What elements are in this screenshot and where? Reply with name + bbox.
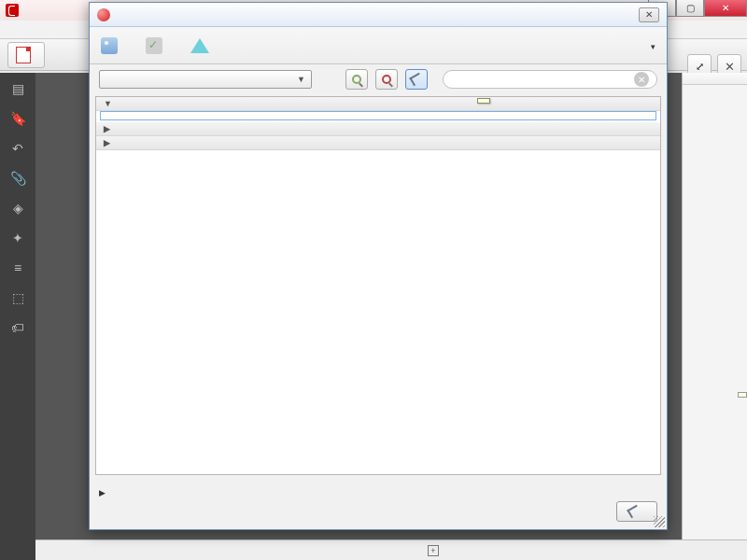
filter-combo[interactable]: ▼ [99,70,312,89]
bookmarks-icon[interactable]: 🔖 [9,110,26,127]
fixups-tooltip [477,98,490,104]
options-menu[interactable] [651,40,655,51]
wrench-icon [627,505,641,519]
chevron-right-icon: ▶ [99,488,106,497]
tags-icon[interactable]: 🏷 [9,319,26,336]
korrigieren-button[interactable] [616,501,657,522]
plus-icon: + [428,545,439,556]
dialog-tabs [90,27,667,64]
expand-icon: ⤢ [696,61,704,73]
maximize-button[interactable]: ▢ [676,0,704,17]
undo-icon[interactable]: ↶ [9,140,26,157]
create-pdf-button[interactable] [7,42,45,68]
layers-icon[interactable]: ◈ [9,200,26,217]
tab-standards[interactable] [190,38,215,53]
profile-icon [101,37,118,54]
group-dokinfo[interactable]: ▶ [96,122,660,136]
search-input[interactable]: ✕ [443,70,657,89]
right-panel-header[interactable] [683,73,747,85]
chevron-right-icon: ▶ [104,138,110,147]
chevron-down-icon: ▼ [104,99,112,108]
close-icon: ✕ [725,60,735,74]
tab-results[interactable] [146,37,168,54]
clear-search-icon[interactable]: ✕ [634,72,649,87]
attachments-icon[interactable]: 📎 [9,170,26,187]
bottom-action-strip: + [35,539,747,560]
preflight-icon [97,8,110,21]
tab-profile[interactable] [101,37,123,54]
group-dokument[interactable]: ▼ [96,97,660,111]
more-options-toggle[interactable]: ▶ [99,488,109,497]
fixups-tree[interactable]: ▼ ▶ ▶ [95,96,661,475]
quality-tooltip [738,392,747,398]
preflight-dialog: ✕ ▼ ✕ ▼ [89,2,668,530]
signatures-icon[interactable]: ✦ [9,230,26,246]
filter-row: ▼ ✕ [90,64,667,94]
acrobat-app-icon [6,4,19,17]
right-panel [682,73,747,539]
pages-icon[interactable]: ▤ [9,80,26,97]
dialog-titlebar[interactable]: ✕ [90,3,667,27]
view-checks-button[interactable] [375,69,398,90]
standards-icon [190,38,209,53]
magnifier-red-icon [382,75,391,84]
add-printer-marks[interactable]: + [428,545,444,556]
wrench-icon [409,73,423,87]
chevron-down-icon: ▼ [297,75,305,84]
selected-description [100,111,656,120]
order-icon[interactable]: ≡ [9,259,26,276]
close-button[interactable]: ✕ [704,0,747,17]
chevron-right-icon: ▶ [104,124,110,133]
pdf-icon [16,47,31,63]
group-ebenen[interactable]: ▶ [96,136,660,150]
view-fixups-button[interactable] [405,69,428,90]
navigation-rail: ▤ 🔖 ↶ 📎 ◈ ✦ ≡ ⬚ 🏷 [0,73,35,560]
resize-grip[interactable] [654,516,665,527]
results-icon [146,37,162,54]
magnifier-icon [352,75,361,84]
dialog-close-button[interactable]: ✕ [639,7,659,22]
view-profiles-button[interactable] [345,69,368,90]
standards-rail-icon[interactable]: ⬚ [9,289,26,306]
